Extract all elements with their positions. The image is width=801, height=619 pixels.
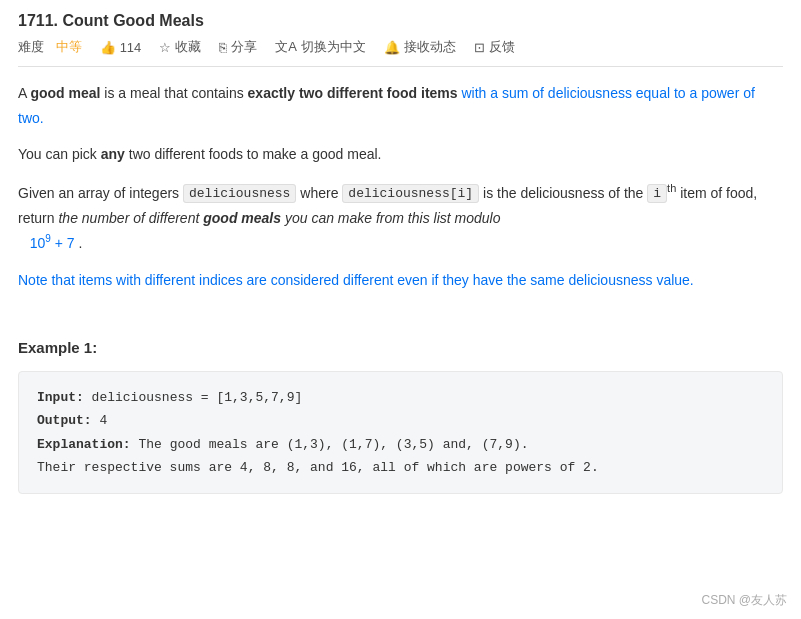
para4-text: Note that items with different indices a… xyxy=(18,272,694,288)
subscribe-item[interactable]: 🔔 接收动态 xyxy=(384,38,456,56)
code-output-line: Output: 4 xyxy=(37,409,764,432)
para3-rest: + 7 xyxy=(51,235,75,251)
like-count: 114 xyxy=(120,40,142,55)
para3-mid1: where xyxy=(296,184,342,200)
para3-code3: i xyxy=(647,184,667,203)
para3-th: th xyxy=(667,182,676,194)
like-icon: 👍 xyxy=(100,40,116,55)
para1-prefix: A xyxy=(18,85,30,101)
example-title: Example 1: xyxy=(18,335,783,361)
feedback-item[interactable]: ⊡ 反馈 xyxy=(474,38,515,56)
code-explanation-line2: Their respective sums are 4, 8, 8, and 1… xyxy=(37,456,764,479)
code-output-value: 4 xyxy=(92,413,108,428)
para2: You can pick any two different foods to … xyxy=(18,142,783,167)
para3-bold-italic: good meals xyxy=(203,210,281,226)
code-explanation-label: Explanation: xyxy=(37,437,131,452)
code-explanation-value: The good meals are (1,3), (1,7), (3,5) a… xyxy=(131,437,529,452)
translate-icon: 文A xyxy=(275,38,297,56)
bell-icon: 🔔 xyxy=(384,40,400,55)
para3-base: 10 xyxy=(30,235,46,251)
para1-mid: is a meal that contains xyxy=(100,85,247,101)
para3-italic1: the number of different xyxy=(58,210,203,226)
code-output-label: Output: xyxy=(37,413,92,428)
difficulty-item: 难度 中等 xyxy=(18,38,82,56)
switch-item[interactable]: 文A 切换为中文 xyxy=(275,38,366,56)
para1-bold1: good meal xyxy=(30,85,100,101)
para3-dot: . xyxy=(75,235,83,251)
code-input-line: Input: deliciousness = [1,3,5,7,9] xyxy=(37,386,764,409)
share-item[interactable]: ⎘ 分享 xyxy=(219,38,257,56)
feedback-label: 反馈 xyxy=(489,38,515,56)
para2-bold: any xyxy=(101,146,125,162)
collect-item[interactable]: ☆ 收藏 xyxy=(159,38,201,56)
share-label: 分享 xyxy=(231,38,257,56)
share-icon: ⎘ xyxy=(219,40,227,55)
subscribe-label: 接收动态 xyxy=(404,38,456,56)
para3-code2: deliciousness[i] xyxy=(342,184,479,203)
para2-prefix: You can pick xyxy=(18,146,101,162)
toolbar: 难度 中等 👍 114 ☆ 收藏 ⎘ 分享 文A 切换为中文 🔔 接收动态 ⊡ … xyxy=(18,38,783,67)
code-block: Input: deliciousness = [1,3,5,7,9] Outpu… xyxy=(18,371,783,495)
star-icon: ☆ xyxy=(159,40,171,55)
para3-formula: 109 + 7 xyxy=(30,235,75,251)
para3-prefix: Given an array of integers xyxy=(18,184,183,200)
code-explanation-line1: Explanation: The good meals are (1,3), (… xyxy=(37,433,764,456)
page-wrapper: 1711. Count Good Meals 难度 中等 👍 114 ☆ 收藏 … xyxy=(0,0,801,512)
page-title: 1711. Count Good Meals xyxy=(18,12,783,30)
para3-code1: deliciousness xyxy=(183,184,296,203)
code-input-value: deliciousness = [1,3,5,7,9] xyxy=(84,390,302,405)
watermark: CSDN @友人苏 xyxy=(701,592,787,609)
para3: Given an array of integers deliciousness… xyxy=(18,179,783,256)
collect-label: 收藏 xyxy=(175,38,201,56)
switch-label: 切换为中文 xyxy=(301,38,366,56)
code-input-label: Input: xyxy=(37,390,84,405)
content-section: A good meal is a meal that contains exac… xyxy=(18,81,783,494)
para2-suffix: two different foods to make a good meal. xyxy=(125,146,382,162)
para1: A good meal is a meal that contains exac… xyxy=(18,81,783,130)
difficulty-value: 中等 xyxy=(56,38,82,56)
para4: Note that items with different indices a… xyxy=(18,268,783,293)
difficulty-label: 难度 xyxy=(18,38,44,56)
like-item[interactable]: 👍 114 xyxy=(100,40,142,55)
para3-italic2: you can make from this list modulo xyxy=(281,210,500,226)
para1-bold2: exactly two different food items xyxy=(248,85,458,101)
feedback-icon: ⊡ xyxy=(474,40,485,55)
para3-mid2: is the deliciousness of the xyxy=(479,184,647,200)
